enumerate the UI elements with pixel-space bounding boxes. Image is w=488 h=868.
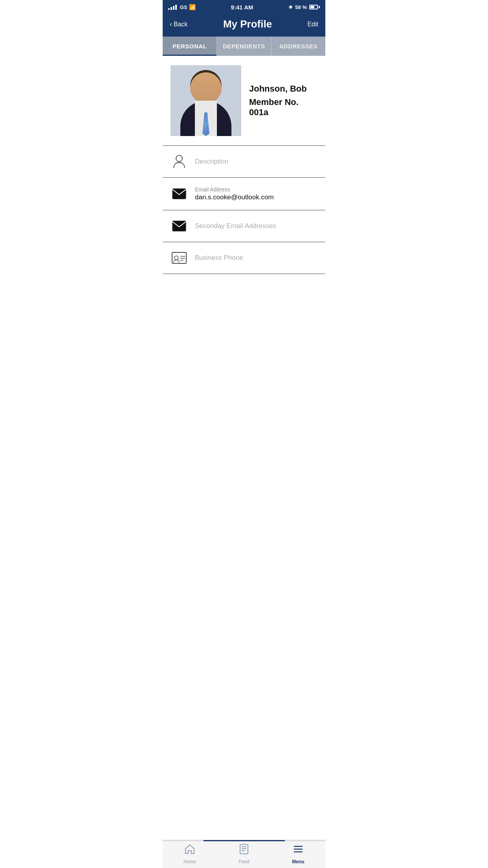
- svg-rect-2: [172, 189, 186, 199]
- vcard-icon: [171, 252, 188, 264]
- field-business-phone-content: Business Phone: [195, 254, 243, 262]
- profile-info: Johnson, Bob Member No. 001a: [249, 84, 317, 118]
- bluetooth-icon: ✷: [288, 4, 293, 10]
- chevron-left-icon: ‹: [170, 20, 172, 28]
- page-content: Johnson, Bob Member No. 001a Description: [163, 56, 325, 305]
- email-icon: [171, 188, 188, 199]
- avatar: [171, 65, 241, 136]
- nav-bar: ‹ Back My Profile Edit: [163, 14, 325, 37]
- tab-dependents[interactable]: DEPENDENTS: [217, 37, 271, 56]
- status-bar: GS 📶 9:41 AM ✷ 58 %: [163, 0, 325, 14]
- svg-point-0: [176, 155, 182, 162]
- profile-name: Johnson, Bob: [249, 84, 317, 94]
- secondary-email-icon: [171, 221, 188, 232]
- carrier-label: GS: [180, 4, 187, 10]
- field-secondary-email: Seconday Email Addresses: [163, 210, 325, 242]
- field-email-content: Email Address dan.s.cooke@outlook.com: [195, 186, 274, 201]
- tab-addresses[interactable]: ADDRESSES: [272, 37, 325, 56]
- back-label: Back: [174, 21, 188, 28]
- svg-point-5: [174, 256, 178, 260]
- battery-percent: 58 %: [295, 4, 307, 10]
- field-description-content: Description: [195, 158, 228, 166]
- field-email: Email Address dan.s.cooke@outlook.com: [163, 178, 325, 210]
- field-secondary-email-content: Seconday Email Addresses: [195, 222, 276, 230]
- battery-icon: [309, 5, 320, 9]
- business-phone-placeholder: Business Phone: [195, 254, 243, 262]
- status-right: ✷ 58 %: [288, 4, 320, 10]
- status-time: 9:41 AM: [231, 4, 253, 11]
- svg-rect-1: [177, 162, 182, 164]
- back-button[interactable]: ‹ Back: [170, 20, 188, 28]
- signal-icon: [168, 5, 177, 10]
- email-value: dan.s.cooke@outlook.com: [195, 193, 274, 201]
- field-description: Description: [163, 146, 325, 177]
- divider-4: [163, 274, 325, 274]
- person-icon: [171, 154, 188, 169]
- wifi-icon: 📶: [189, 4, 196, 10]
- description-placeholder: Description: [195, 158, 228, 166]
- edit-button[interactable]: Edit: [307, 21, 318, 28]
- email-label: Email Address: [195, 186, 274, 193]
- profile-section: Johnson, Bob Member No. 001a: [163, 56, 325, 145]
- svg-rect-3: [172, 221, 186, 231]
- secondary-email-placeholder: Seconday Email Addresses: [195, 222, 276, 230]
- status-left: GS 📶: [168, 4, 196, 10]
- tab-bar: PERSONAL DEPENDENTS ADDRESSES: [163, 37, 325, 56]
- page-title: My Profile: [223, 18, 272, 30]
- profile-member-no: Member No. 001a: [249, 97, 317, 118]
- tab-personal[interactable]: PERSONAL: [163, 37, 216, 56]
- field-business-phone: Business Phone: [163, 242, 325, 274]
